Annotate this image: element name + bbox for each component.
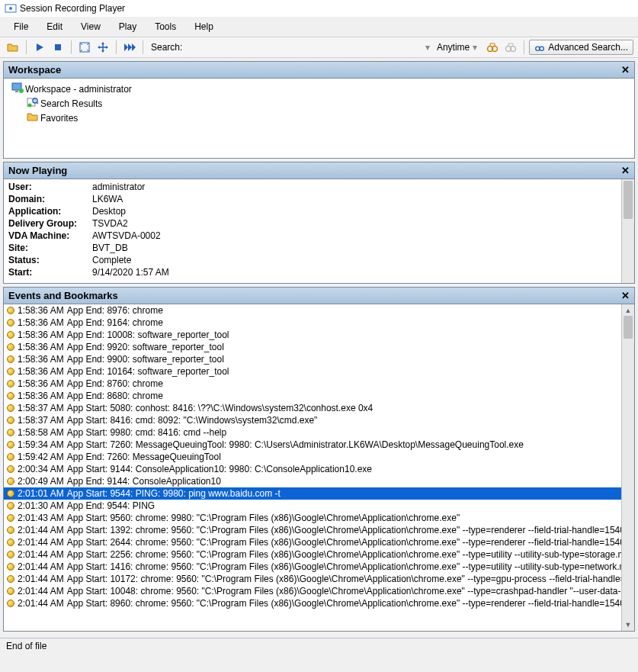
- event-desc: App End: 10008: software_reporter_tool: [67, 330, 229, 340]
- svg-marker-2: [37, 43, 43, 51]
- event-row[interactable]: 2:01:30 AM App End: 9544: PING: [4, 500, 621, 512]
- event-desc: App Start: 8416: cmd: 8092: "C:\Windows\…: [67, 415, 318, 426]
- svg-line-23: [37, 102, 38, 104]
- svg-marker-11: [132, 43, 136, 51]
- binoculars-icon[interactable]: [484, 39, 501, 56]
- event-dot-icon: [7, 477, 14, 485]
- event-time: 1:59:34 AM: [18, 439, 64, 450]
- events-title: Events and Bookmarks: [8, 290, 118, 301]
- close-icon[interactable]: ✕: [621, 64, 630, 76]
- svg-marker-10: [128, 43, 132, 51]
- workspace-title: Workspace: [8, 64, 61, 76]
- menu-view[interactable]: View: [72, 18, 110, 35]
- event-time: 2:01:44 AM: [18, 598, 64, 609]
- event-time: 2:01:44 AM: [18, 549, 64, 560]
- menubar: File Edit View Play Tools Help: [0, 17, 638, 37]
- event-time: 2:00:49 AM: [18, 476, 64, 487]
- event-row[interactable]: 1:58:36 AM App End: 8760: chrome: [4, 378, 621, 390]
- event-dot-icon: [7, 563, 14, 571]
- menu-play[interactable]: Play: [110, 18, 146, 35]
- event-row[interactable]: 1:58:36 AM App End: 10008: software_repo…: [4, 329, 621, 341]
- tree-item[interactable]: Workspace - administrator: [8, 82, 630, 96]
- now-playing-title: Now Playing: [8, 165, 67, 176]
- tree-item[interactable]: Search Results: [8, 96, 630, 111]
- event-desc: App End: 9164: chrome: [67, 317, 163, 328]
- event-time: 1:59:42 AM: [18, 452, 64, 462]
- event-row[interactable]: 1:58:36 AM App End: 8680: chrome: [4, 390, 621, 402]
- event-row[interactable]: 2:01:44 AM App Start: 10048: chrome: 956…: [4, 585, 621, 597]
- arrows-button[interactable]: [95, 39, 111, 56]
- event-time: 1:58:36 AM: [18, 317, 64, 328]
- event-row[interactable]: 1:58:36 AM App End: 8976: chrome: [4, 304, 621, 317]
- event-row[interactable]: 2:01:44 AM App Start: 1416: chrome: 9560…: [4, 561, 621, 573]
- event-time: 2:01:44 AM: [18, 525, 64, 535]
- menu-tools[interactable]: Tools: [146, 18, 185, 35]
- event-row[interactable]: 1:58:37 AM App Start: 8416: cmd: 8092: "…: [4, 414, 621, 426]
- event-time: 2:01:44 AM: [18, 561, 64, 572]
- close-icon[interactable]: ✕: [621, 165, 630, 176]
- menu-file[interactable]: File: [5, 18, 37, 35]
- event-dot-icon: [7, 587, 14, 595]
- event-desc: App Start: 1416: chrome: 9560: "C:\Progr…: [67, 561, 621, 572]
- svg-point-24: [28, 104, 32, 108]
- event-desc: App Start: 2256: chrome: 9560: "C:\Progr…: [67, 549, 621, 560]
- event-row[interactable]: 1:58:36 AM App End: 10164: software_repo…: [4, 365, 621, 378]
- close-icon[interactable]: ✕: [621, 290, 630, 301]
- event-desc: App End: 8680: chrome: [67, 391, 163, 401]
- event-desc: App Start: 7260: MessageQueuingTool: 998…: [67, 439, 524, 450]
- svg-point-17: [540, 47, 543, 50]
- tree-item[interactable]: Favorites: [8, 111, 630, 125]
- stop-button[interactable]: [50, 39, 66, 56]
- event-row[interactable]: 2:01:01 AM App Start: 9544: PING: 9980: …: [4, 487, 621, 500]
- event-desc: App Start: 9544: PING: 9980: ping www.ba…: [67, 488, 281, 499]
- event-row[interactable]: 2:01:44 AM App Start: 8960: chrome: 9560…: [4, 597, 621, 609]
- open-button[interactable]: [5, 39, 21, 56]
- event-desc: App End: 9900: software_reporter_tool: [67, 354, 224, 365]
- event-row[interactable]: 1:59:34 AM App Start: 7260: MessageQueui…: [4, 439, 621, 451]
- svg-point-16: [536, 47, 540, 50]
- fast-forward-button[interactable]: [121, 39, 138, 56]
- event-row[interactable]: 1:58:36 AM App End: 9900: software_repor…: [4, 353, 621, 365]
- event-dot-icon: [7, 368, 14, 375]
- svg-marker-6: [101, 50, 104, 53]
- scrollbar[interactable]: [621, 179, 634, 283]
- event-row[interactable]: 2:01:44 AM App Start: 2256: chrome: 9560…: [4, 548, 621, 561]
- svg-marker-9: [124, 43, 128, 51]
- event-row[interactable]: 2:00:34 AM App Start: 9144: ConsoleAppli…: [4, 463, 621, 475]
- fit-button[interactable]: [76, 39, 93, 56]
- event-row[interactable]: 2:01:44 AM App Start: 1392: chrome: 9560…: [4, 524, 621, 536]
- event-desc: App Start: 5080: conhost: 8416: \??\C:\W…: [67, 403, 374, 413]
- field-value: TSVDA2: [92, 218, 128, 229]
- event-time: 1:58:36 AM: [18, 366, 64, 377]
- anytime-dropdown[interactable]: Anytime ▾: [431, 40, 483, 55]
- search-icon: [27, 97, 39, 110]
- menu-edit[interactable]: Edit: [37, 18, 72, 35]
- svg-marker-7: [98, 46, 100, 49]
- event-row[interactable]: 2:01:43 AM App Start: 9560: chrome: 9980…: [4, 512, 621, 524]
- events-panel: Events and Bookmarks ✕ 1:58:36 AM App En…: [3, 287, 635, 632]
- event-row[interactable]: 2:01:44 AM App Start: 10172: chrome: 956…: [4, 573, 621, 585]
- search-input[interactable]: [187, 40, 424, 54]
- event-row[interactable]: 2:00:49 AM App End: 9144: ConsoleApplica…: [4, 475, 621, 487]
- field-label: Application:: [8, 206, 92, 217]
- event-row[interactable]: 1:58:37 AM App Start: 5080: conhost: 841…: [4, 402, 621, 414]
- event-row[interactable]: 1:59:42 AM App End: 7260: MessageQueuing…: [4, 451, 621, 463]
- event-time: 2:01:44 AM: [18, 537, 64, 548]
- menu-help[interactable]: Help: [185, 18, 223, 35]
- event-row[interactable]: 1:58:36 AM App End: 9920: software_repor…: [4, 341, 621, 353]
- field-label: User:: [8, 182, 92, 192]
- event-row[interactable]: 2:01:44 AM App Start: 2644: chrome: 9560…: [4, 536, 621, 548]
- advanced-search-button[interactable]: Advanced Search...: [529, 40, 633, 55]
- event-row[interactable]: 1:58:58 AM App Start: 9980: cmd: 8416: c…: [4, 426, 621, 439]
- scrollbar[interactable]: ▲ ▼: [621, 304, 634, 631]
- search-label: Search:: [151, 42, 182, 53]
- svg-marker-5: [101, 42, 104, 44]
- play-button[interactable]: [31, 39, 48, 56]
- event-time: 1:58:58 AM: [18, 427, 64, 438]
- svg-marker-8: [106, 46, 108, 49]
- event-dot-icon: [7, 465, 14, 473]
- event-dot-icon: [7, 343, 14, 351]
- field-value: BVT_DB: [92, 243, 128, 253]
- event-row[interactable]: 1:58:36 AM App End: 9164: chrome: [4, 317, 621, 329]
- workspace-panel: Workspace ✕ Workspace - administratorSea…: [3, 61, 635, 159]
